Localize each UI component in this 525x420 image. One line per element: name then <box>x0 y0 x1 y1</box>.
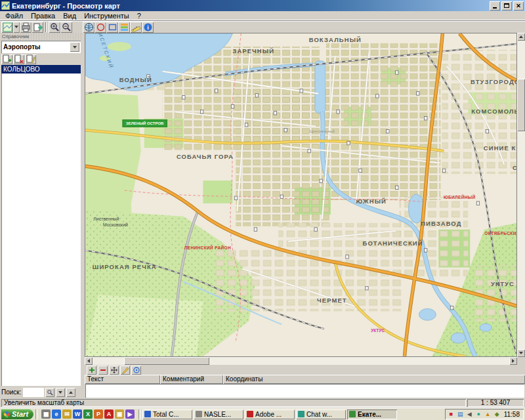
tray-scheduler-icon[interactable]: ● <box>475 411 482 418</box>
map-marker-icon <box>376 94 379 98</box>
map-marker-icon <box>424 116 427 119</box>
target-icon <box>133 366 140 374</box>
tray-messenger-icon[interactable]: ◆ <box>494 411 501 418</box>
page-add-icon <box>2 54 12 64</box>
tray-language-icon[interactable]: ▲ <box>484 411 492 418</box>
search-row: Поиск: <box>0 386 82 398</box>
scroll-right-button[interactable] <box>509 357 517 365</box>
scroll-down-button[interactable] <box>517 349 525 357</box>
quicklaunch-internet-explorer-icon[interactable]: e <box>52 410 61 419</box>
task-label: NASLE... <box>204 411 231 418</box>
content-area: Справочник Аэропорты КОЛЬЦОВО Поиск: <box>0 33 525 398</box>
quicklaunch-folder-icon[interactable]: ▣ <box>115 410 124 419</box>
legend-button[interactable] <box>118 22 130 33</box>
search-prev-button[interactable] <box>66 388 75 397</box>
task-button-2[interactable]: Adobe ... <box>245 410 295 419</box>
map-row: ВОКЗАЛЬНЫЙЗАРЕЧНЫЙВОДНЫЙВТУЗГОРОДОККОМСО… <box>85 33 525 357</box>
remove-object-button[interactable] <box>13 54 24 64</box>
close-button[interactable]: ✕ <box>513 1 524 10</box>
map-column: ВОКЗАЛЬНЫЙЗАРЕЧНЫЙВОДНЫЙВТУЗГОРОДОККОМСО… <box>85 33 525 398</box>
maximize-button[interactable] <box>501 1 512 10</box>
map-marker-icon <box>231 105 234 108</box>
quicklaunch-acrobat-icon[interactable]: A <box>104 410 114 419</box>
start-button[interactable]: Start <box>1 409 33 419</box>
open-map-dropdown[interactable] <box>13 22 20 33</box>
quicklaunch-word-icon[interactable]: W <box>73 410 82 419</box>
map-label: ЧЕРМЕТ <box>317 297 347 304</box>
object-list: КОЛЬЦОВО <box>1 65 81 386</box>
menu-item-4[interactable]: ? <box>133 12 145 20</box>
window-title: Екатеринбург - Просмотр карт <box>12 2 488 10</box>
search-input[interactable] <box>23 388 44 397</box>
open-map-button[interactable] <box>1 22 13 33</box>
zoom-in-button[interactable] <box>49 22 60 33</box>
quicklaunch-show-desktop-icon[interactable]: ▦ <box>41 410 51 419</box>
quicklaunch-player-icon[interactable]: ▶ <box>125 410 135 419</box>
task-button-0[interactable]: Total C... <box>142 410 192 419</box>
category-select-button[interactable] <box>70 42 79 52</box>
menu-item-2[interactable]: Вид <box>59 12 80 20</box>
scrollbar-corner <box>517 357 525 365</box>
tray-antivirus-icon[interactable]: ■ <box>448 411 455 418</box>
quicklaunch-excel-icon[interactable]: X <box>83 410 93 419</box>
map-marker-icon <box>254 228 257 231</box>
plus-icon <box>88 366 96 374</box>
column-header-2[interactable]: Координаты <box>223 375 525 384</box>
search-find-button[interactable] <box>45 388 54 397</box>
edit-object-button[interactable] <box>25 54 36 64</box>
map-label: ПИВЗАВОД <box>421 220 461 227</box>
list-item[interactable]: КОЛЬЦОВО <box>1 65 81 74</box>
arrow-right-icon <box>512 359 514 363</box>
task-button-4[interactable]: Екате... <box>347 410 397 419</box>
print-button[interactable] <box>20 22 32 33</box>
task-icon <box>349 411 356 417</box>
menu-item-3[interactable]: Инструменты <box>80 12 133 20</box>
annotations-table-body[interactable] <box>85 384 524 398</box>
scroll-up-button[interactable] <box>517 33 525 41</box>
tray-network-icon[interactable]: ▤ <box>457 411 464 418</box>
task-button-3[interactable]: Chat w... <box>296 410 346 419</box>
taskbar-clock: 11:58 <box>503 411 520 418</box>
add-object-button[interactable] <box>1 54 12 64</box>
annotation-add-button[interactable] <box>87 366 96 375</box>
column-header-0[interactable]: Текст <box>85 375 160 384</box>
quicklaunch-mail-icon[interactable]: ✉ <box>62 410 72 419</box>
task-button-1[interactable]: NASLE... <box>194 410 243 419</box>
annotation-edit-button[interactable] <box>120 366 130 375</box>
menu-item-0[interactable]: Файл <box>1 12 27 20</box>
overview-map-button[interactable] <box>83 22 94 33</box>
map-horizontal-scrollbar[interactable] <box>85 357 525 365</box>
select-rect-tool[interactable] <box>106 22 118 33</box>
minimize-button[interactable] <box>490 1 500 10</box>
quicklaunch-powerpoint-icon[interactable]: P <box>94 410 103 419</box>
map-vertical-scrollbar[interactable] <box>517 33 525 357</box>
scroll-left-button[interactable] <box>85 357 93 365</box>
menu-item-1[interactable]: Правка <box>27 12 59 20</box>
task-icon <box>144 411 151 417</box>
export-button[interactable] <box>32 22 43 33</box>
map-marker-icon <box>182 96 185 99</box>
globe-icon <box>84 22 94 32</box>
column-header-1[interactable]: Комментарий <box>160 375 223 384</box>
vertical-scroll-thumb[interactable] <box>517 79 525 131</box>
select-circle-tool[interactable] <box>94 22 106 33</box>
printer-icon <box>21 22 31 32</box>
info-tool[interactable]: i <box>142 22 154 33</box>
horizontal-scroll-thumb[interactable] <box>124 357 209 365</box>
annotation-goto-button[interactable] <box>131 366 141 375</box>
toolbar-separator <box>45 22 47 32</box>
annotation-remove-button[interactable] <box>98 366 108 375</box>
rect-tool-icon <box>108 22 117 32</box>
map-canvas[interactable]: ВОКЗАЛЬНЫЙЗАРЕЧНЫЙВОДНЫЙВТУЗГОРОДОККОМСО… <box>85 33 517 357</box>
move-arrows-icon <box>110 366 118 374</box>
app-icon <box>1 1 10 10</box>
map-marker-icon <box>200 110 203 114</box>
measure-tool[interactable] <box>130 22 142 33</box>
zoom-out-button[interactable] <box>60 22 72 33</box>
quick-launch-bar: ▦e✉WXPA▣▶ <box>39 410 136 419</box>
arrow-down-icon <box>58 391 62 394</box>
annotation-move-button[interactable] <box>109 366 119 375</box>
tray-volume-icon[interactable]: ◀ <box>466 411 473 418</box>
category-select[interactable]: Аэропорты <box>1 41 81 53</box>
search-next-button[interactable] <box>56 388 65 397</box>
